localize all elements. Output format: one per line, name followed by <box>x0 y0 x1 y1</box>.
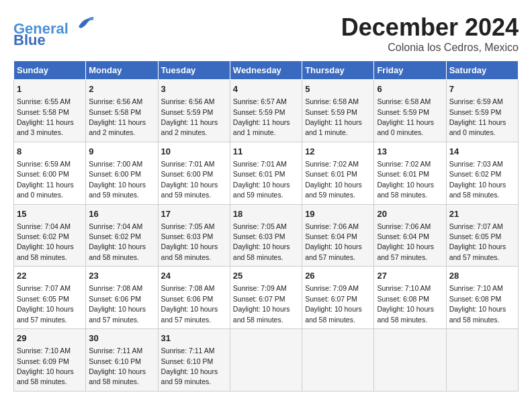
calendar-cell: 10Sunrise: 7:01 AMSunset: 6:00 PMDayligh… <box>158 142 230 204</box>
calendar-cell: 1Sunrise: 6:55 AMSunset: 5:58 PMDaylight… <box>14 80 86 142</box>
day-info: Sunrise: 7:10 AMSunset: 6:09 PMDaylight:… <box>17 347 74 385</box>
calendar-cell: 24Sunrise: 7:08 AMSunset: 6:06 PMDayligh… <box>158 267 230 329</box>
day-number: 18 <box>233 208 299 220</box>
day-number: 23 <box>89 270 154 282</box>
day-info: Sunrise: 7:01 AMSunset: 6:01 PMDaylight:… <box>233 160 290 199</box>
calendar-cell: 11Sunrise: 7:01 AMSunset: 6:01 PMDayligh… <box>230 142 302 204</box>
day-info: Sunrise: 7:10 AMSunset: 6:08 PMDaylight:… <box>449 284 506 323</box>
day-number: 25 <box>233 270 299 282</box>
day-info: Sunrise: 7:03 AMSunset: 6:02 PMDaylight:… <box>449 160 506 199</box>
calendar-cell: 22Sunrise: 7:07 AMSunset: 6:05 PMDayligh… <box>14 267 86 329</box>
calendar-cell <box>374 329 446 392</box>
calendar-cell: 9Sunrise: 7:00 AMSunset: 6:00 PMDaylight… <box>86 142 158 204</box>
day-info: Sunrise: 7:06 AMSunset: 6:04 PMDaylight:… <box>305 222 362 261</box>
day-info: Sunrise: 7:02 AMSunset: 6:01 PMDaylight:… <box>377 160 434 199</box>
day-number: 4 <box>233 83 299 95</box>
calendar-cell: 21Sunrise: 7:07 AMSunset: 6:05 PMDayligh… <box>446 204 518 267</box>
day-number: 19 <box>305 208 371 220</box>
day-number: 27 <box>377 270 443 282</box>
calendar-cell: 30Sunrise: 7:11 AMSunset: 6:10 PMDayligh… <box>86 329 158 392</box>
calendar-cell <box>230 329 302 392</box>
day-number: 13 <box>377 146 443 158</box>
day-info: Sunrise: 6:58 AMSunset: 5:59 PMDaylight:… <box>377 97 434 136</box>
calendar-cell: 26Sunrise: 7:09 AMSunset: 6:07 PMDayligh… <box>302 267 374 329</box>
weekday-header-monday: Monday <box>86 61 158 80</box>
day-info: Sunrise: 7:09 AMSunset: 6:07 PMDaylight:… <box>233 284 290 323</box>
calendar-week-row: 29Sunrise: 7:10 AMSunset: 6:09 PMDayligh… <box>14 329 519 392</box>
day-info: Sunrise: 7:00 AMSunset: 6:00 PMDaylight:… <box>89 160 146 199</box>
day-info: Sunrise: 7:11 AMSunset: 6:10 PMDaylight:… <box>161 347 218 385</box>
day-info: Sunrise: 7:07 AMSunset: 6:05 PMDaylight:… <box>449 222 506 261</box>
calendar-cell: 8Sunrise: 6:59 AMSunset: 6:00 PMDaylight… <box>14 142 86 204</box>
day-info: Sunrise: 6:59 AMSunset: 5:59 PMDaylight:… <box>449 97 506 136</box>
day-number: 31 <box>161 332 227 345</box>
day-info: Sunrise: 7:09 AMSunset: 6:07 PMDaylight:… <box>305 284 362 323</box>
day-info: Sunrise: 7:10 AMSunset: 6:08 PMDaylight:… <box>377 284 434 323</box>
day-info: Sunrise: 7:04 AMSunset: 6:02 PMDaylight:… <box>17 222 74 261</box>
day-number: 24 <box>161 270 227 282</box>
weekday-header-sunday: Sunday <box>14 61 86 80</box>
day-info: Sunrise: 7:11 AMSunset: 6:10 PMDaylight:… <box>89 347 146 385</box>
day-number: 20 <box>377 208 443 220</box>
calendar-cell: 31Sunrise: 7:11 AMSunset: 6:10 PMDayligh… <box>158 329 230 392</box>
calendar-cell: 4Sunrise: 6:57 AMSunset: 5:59 PMDaylight… <box>230 80 302 142</box>
day-info: Sunrise: 7:08 AMSunset: 6:06 PMDaylight:… <box>89 284 146 323</box>
day-number: 15 <box>17 208 83 220</box>
calendar-cell: 2Sunrise: 6:56 AMSunset: 5:58 PMDaylight… <box>86 80 158 142</box>
day-info: Sunrise: 6:55 AMSunset: 5:58 PMDaylight:… <box>17 97 74 136</box>
day-info: Sunrise: 6:59 AMSunset: 6:00 PMDaylight:… <box>17 160 74 199</box>
calendar-cell <box>446 329 518 392</box>
header: General Blue December 2024 Colonia los C… <box>13 13 519 54</box>
month-title: December 2024 <box>341 13 519 42</box>
calendar-week-row: 1Sunrise: 6:55 AMSunset: 5:58 PMDaylight… <box>14 80 519 142</box>
title-block: December 2024 Colonia los Cedros, Mexico <box>341 13 519 54</box>
day-info: Sunrise: 6:58 AMSunset: 5:59 PMDaylight:… <box>305 97 362 136</box>
day-number: 1 <box>17 83 83 95</box>
day-info: Sunrise: 7:05 AMSunset: 6:03 PMDaylight:… <box>233 222 290 261</box>
day-number: 21 <box>449 208 515 220</box>
day-info: Sunrise: 7:02 AMSunset: 6:01 PMDaylight:… <box>305 160 362 199</box>
day-number: 9 <box>89 146 154 158</box>
calendar-cell <box>302 329 374 392</box>
day-number: 10 <box>161 146 227 158</box>
day-number: 7 <box>449 83 515 95</box>
weekday-header-friday: Friday <box>374 61 446 80</box>
day-number: 12 <box>305 146 371 158</box>
calendar-cell: 6Sunrise: 6:58 AMSunset: 5:59 PMDaylight… <box>374 80 446 142</box>
day-number: 6 <box>377 83 443 95</box>
calendar-cell: 19Sunrise: 7:06 AMSunset: 6:04 PMDayligh… <box>302 204 374 267</box>
calendar-cell: 7Sunrise: 6:59 AMSunset: 5:59 PMDaylight… <box>446 80 518 142</box>
day-number: 22 <box>17 270 83 282</box>
day-number: 11 <box>233 146 299 158</box>
calendar-cell: 3Sunrise: 6:56 AMSunset: 5:59 PMDaylight… <box>158 80 230 142</box>
day-info: Sunrise: 6:56 AMSunset: 5:58 PMDaylight:… <box>89 97 146 136</box>
day-info: Sunrise: 7:05 AMSunset: 6:03 PMDaylight:… <box>161 222 218 261</box>
calendar-cell: 18Sunrise: 7:05 AMSunset: 6:03 PMDayligh… <box>230 204 302 267</box>
weekday-header-tuesday: Tuesday <box>158 61 230 80</box>
day-number: 16 <box>89 208 154 220</box>
day-number: 2 <box>89 83 154 95</box>
calendar-cell: 12Sunrise: 7:02 AMSunset: 6:01 PMDayligh… <box>302 142 374 204</box>
day-number: 8 <box>17 146 83 158</box>
calendar-cell: 29Sunrise: 7:10 AMSunset: 6:09 PMDayligh… <box>14 329 86 392</box>
calendar-cell: 25Sunrise: 7:09 AMSunset: 6:07 PMDayligh… <box>230 267 302 329</box>
calendar-cell: 15Sunrise: 7:04 AMSunset: 6:02 PMDayligh… <box>14 204 86 267</box>
calendar-week-row: 15Sunrise: 7:04 AMSunset: 6:02 PMDayligh… <box>14 204 519 267</box>
day-number: 3 <box>161 83 227 95</box>
calendar-cell: 14Sunrise: 7:03 AMSunset: 6:02 PMDayligh… <box>446 142 518 204</box>
weekday-header-wednesday: Wednesday <box>230 61 302 80</box>
calendar-cell: 28Sunrise: 7:10 AMSunset: 6:08 PMDayligh… <box>446 267 518 329</box>
calendar-table: SundayMondayTuesdayWednesdayThursdayFrid… <box>13 60 519 392</box>
day-info: Sunrise: 7:04 AMSunset: 6:02 PMDaylight:… <box>89 222 146 261</box>
calendar-cell: 5Sunrise: 6:58 AMSunset: 5:59 PMDaylight… <box>302 80 374 142</box>
location-title: Colonia los Cedros, Mexico <box>341 42 519 54</box>
day-number: 29 <box>17 332 83 345</box>
logo: General Blue <box>13 13 95 49</box>
day-info: Sunrise: 7:01 AMSunset: 6:00 PMDaylight:… <box>161 160 218 199</box>
weekday-header-saturday: Saturday <box>446 61 518 80</box>
calendar-cell: 17Sunrise: 7:05 AMSunset: 6:03 PMDayligh… <box>158 204 230 267</box>
day-number: 14 <box>449 146 515 158</box>
day-info: Sunrise: 7:07 AMSunset: 6:05 PMDaylight:… <box>17 284 74 323</box>
calendar-week-row: 8Sunrise: 6:59 AMSunset: 6:00 PMDaylight… <box>14 142 519 204</box>
day-info: Sunrise: 7:06 AMSunset: 6:04 PMDaylight:… <box>377 222 434 261</box>
